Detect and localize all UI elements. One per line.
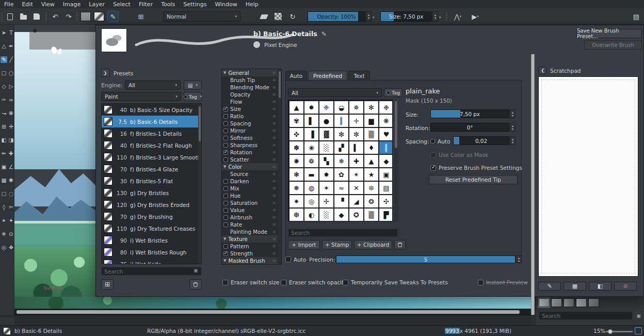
option-checkbox[interactable] bbox=[223, 121, 228, 126]
brush-tip-item[interactable]: ◆ bbox=[379, 155, 393, 167]
preserve-alpha-button[interactable] bbox=[272, 11, 284, 22]
option-checkbox[interactable] bbox=[223, 114, 228, 119]
size-spin-buttons[interactable]: ▴▾ bbox=[432, 11, 438, 22]
scratchpad-canvas[interactable] bbox=[538, 76, 638, 277]
edit-shapes-tool[interactable]: △ bbox=[1, 43, 7, 50]
menu-item-view[interactable]: View bbox=[41, 1, 55, 8]
preserve-settings-option[interactable]: Preserve Brush Preset Settings bbox=[430, 165, 522, 171]
tip-rotation-slider[interactable]: 0° bbox=[430, 123, 509, 132]
precision-spin-buttons[interactable]: ▴▾ bbox=[516, 255, 522, 263]
delete-preset-button[interactable] bbox=[189, 279, 202, 290]
preset-item[interactable]: 40b) Basic-5 Size Opacity bbox=[102, 104, 201, 116]
preset-item[interactable]: 40f) Bristles-2 Flat Rough bbox=[102, 139, 201, 151]
temporarily-save-tweaks-checkbox[interactable] bbox=[343, 280, 348, 285]
option-sharpness[interactable]: Sharpness≡ bbox=[222, 141, 278, 149]
brush-tip-item[interactable]: ✴ bbox=[349, 168, 363, 181]
brush-tip-item[interactable]: ◍ bbox=[304, 182, 318, 194]
brush-tip-item[interactable]: ║ bbox=[334, 115, 348, 127]
brush-tip-item[interactable]: ❋ bbox=[379, 115, 393, 127]
instant-preview-checkbox[interactable] bbox=[478, 280, 484, 285]
option-mirror[interactable]: Mirror≡ bbox=[222, 127, 278, 134]
chevron-down-icon[interactable]: ▾ bbox=[439, 15, 441, 20]
menu-item-window[interactable]: Window bbox=[215, 1, 237, 8]
brush-tip-item[interactable]: ▒ bbox=[364, 209, 378, 221]
magnetic-select-tool[interactable]: ⊙ bbox=[8, 231, 14, 237]
brush-tip-item[interactable]: ▞ bbox=[334, 141, 348, 154]
menu-item-select[interactable]: Select bbox=[113, 1, 131, 8]
scratchpad-fill-gradient-button[interactable]: ▦ bbox=[564, 282, 586, 291]
color-sampler-tool[interactable]: ✏ bbox=[1, 150, 7, 157]
gradient-chooser[interactable] bbox=[81, 12, 91, 21]
docker-preset-thumbnail[interactable] bbox=[539, 298, 550, 307]
brush-tip-item[interactable]: ✽ bbox=[289, 141, 303, 154]
move-tool[interactable]: ✛ bbox=[8, 123, 14, 130]
open-document-button[interactable] bbox=[18, 11, 29, 22]
option-rotation[interactable]: Rotation≡ bbox=[222, 149, 278, 156]
tab-auto[interactable]: Auto bbox=[285, 71, 307, 81]
brush-tip-item[interactable]: ✪ bbox=[349, 209, 363, 221]
preset-item[interactable]: 80i) Wet Bristles Rough bbox=[102, 246, 201, 258]
scrollbar-handle[interactable] bbox=[199, 106, 201, 141]
brush-size-slider[interactable]: Size: 7,50 px bbox=[380, 11, 432, 22]
zoom-slider-handle[interactable] bbox=[608, 329, 613, 334]
preset-item[interactable]: 70f) Bristles-4 Glaze bbox=[102, 163, 201, 175]
tip-size-slider[interactable]: 7,50 px bbox=[430, 109, 509, 118]
opacity-slider[interactable]: Opacity: 100% bbox=[308, 11, 365, 22]
option-rate[interactable]: Rate≡ bbox=[222, 221, 278, 228]
brush-tip-item[interactable]: ❀ bbox=[304, 141, 318, 154]
toolbar-grip[interactable] bbox=[76, 12, 78, 21]
option-checkbox[interactable] bbox=[223, 186, 228, 191]
blending-mode-combo[interactable]: Normal▾ bbox=[163, 11, 240, 22]
statusbar-image-size[interactable]: 9993 x 4961 (191,3 MiB) bbox=[445, 328, 511, 334]
fill-tool[interactable]: ◧ bbox=[1, 137, 7, 143]
tag-checkbox[interactable] bbox=[387, 91, 390, 94]
save-new-preset-button[interactable]: Save New Brush Preset... bbox=[576, 29, 642, 38]
eraser-switch-opacity-option[interactable]: Eraser switch opacity bbox=[281, 279, 347, 285]
transform-tool[interactable]: ⊞ bbox=[1, 123, 7, 130]
tag-filter-button[interactable]: Tag▾ bbox=[184, 92, 202, 101]
chevron-down-icon[interactable]: ▾ bbox=[373, 15, 375, 20]
brush-tip-item[interactable]: ✛ bbox=[349, 115, 363, 127]
option-checkbox[interactable] bbox=[223, 129, 228, 133]
brush-tip-item[interactable]: ▬ bbox=[304, 168, 318, 181]
menu-item-file[interactable]: File bbox=[4, 1, 13, 8]
toolbar-grip[interactable] bbox=[45, 12, 47, 21]
preset-item[interactable]: 30f) Bristles-5 Flat bbox=[102, 175, 201, 187]
option-spacing[interactable]: Spacing≡ bbox=[222, 120, 278, 127]
brush-tip-item[interactable]: ❊ bbox=[364, 182, 378, 194]
option-flow[interactable]: Flow≡ bbox=[222, 98, 278, 105]
option-checkbox[interactable] bbox=[223, 107, 228, 111]
option-hue[interactable]: Hue≡ bbox=[222, 192, 278, 199]
menu-item-settings[interactable]: Settings bbox=[183, 1, 206, 8]
tag-checkbox[interactable] bbox=[184, 95, 187, 99]
brush-tip-item[interactable]: ▝ bbox=[334, 195, 348, 207]
search-save-icon[interactable]: ▣ bbox=[194, 268, 198, 273]
brush-tip-item[interactable]: ♦ bbox=[364, 141, 378, 154]
option-checkbox[interactable] bbox=[223, 215, 228, 220]
menu-item-filter[interactable]: Filter bbox=[139, 1, 153, 8]
brush-tip-item[interactable]: ✣ bbox=[379, 195, 393, 207]
tip-size-spin-buttons[interactable]: ▴▾ bbox=[510, 109, 516, 118]
zoom-tool[interactable]: ◎ bbox=[1, 244, 7, 251]
rectangle-tool[interactable]: □ bbox=[1, 70, 7, 76]
tip-grid-scrollbar[interactable] bbox=[394, 100, 398, 221]
brush-tip-item[interactable]: ❃ bbox=[289, 168, 303, 181]
brush-tip-item[interactable]: ● bbox=[319, 115, 333, 127]
statusbar-colorspace[interactable]: RGB/Alpha (8-bit integer/channel) sRGB-e… bbox=[147, 328, 305, 334]
preset-item[interactable]: 120g) Dry Bristles Eroded bbox=[102, 199, 201, 211]
eraser-mode-button[interactable] bbox=[258, 11, 269, 22]
option-size[interactable]: Size≡ bbox=[222, 105, 278, 113]
option-opacity[interactable]: Opacity≡ bbox=[222, 91, 278, 98]
polygon-select-tool[interactable]: ◊ bbox=[1, 204, 7, 211]
reset-predefined-tip-button[interactable]: Reset Predefined Tip bbox=[429, 175, 518, 184]
option-saturation[interactable]: Saturation≡ bbox=[222, 199, 278, 206]
temporarily-save-tweaks-option[interactable]: Temporarily Save Tweaks To Presets bbox=[343, 279, 448, 285]
brush-tip-item[interactable]: ✕ bbox=[349, 182, 363, 194]
contiguous-select-tool[interactable]: ✴ bbox=[1, 217, 7, 224]
tip-rotation-spin-buttons[interactable]: ▴▾ bbox=[510, 123, 516, 132]
brush-tip-item[interactable]: ▣ bbox=[379, 168, 393, 181]
pan-tool[interactable]: ❖ bbox=[8, 244, 14, 251]
option-checkbox[interactable] bbox=[223, 201, 228, 205]
tip-spacing-spin-buttons[interactable]: ▴▾ bbox=[510, 136, 516, 145]
freehand-brush-tool[interactable]: ✎ bbox=[1, 56, 7, 63]
